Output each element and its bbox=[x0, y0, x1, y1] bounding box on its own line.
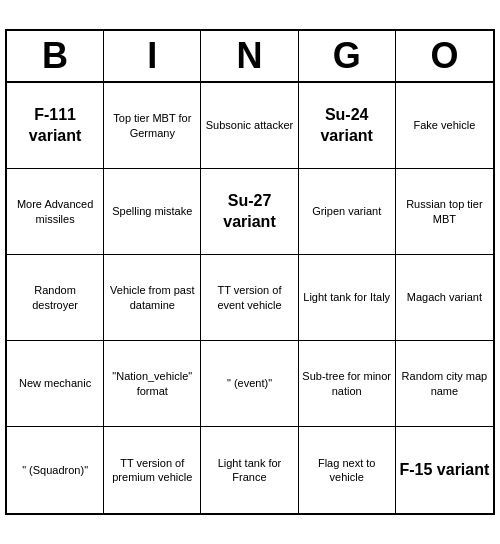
bingo-cell-16: "Nation_vehicle" format bbox=[104, 341, 201, 427]
bingo-cell-0: F-111 variant bbox=[7, 83, 104, 169]
bingo-cell-23: Flag next to vehicle bbox=[299, 427, 396, 513]
bingo-cell-24: F-15 variant bbox=[396, 427, 493, 513]
bingo-cell-18: Sub-tree for minor nation bbox=[299, 341, 396, 427]
bingo-cell-12: TT version of event vehicle bbox=[201, 255, 298, 341]
bingo-cell-8: Gripen variant bbox=[299, 169, 396, 255]
bingo-letter-B: B bbox=[7, 31, 104, 81]
bingo-cell-7: Su-27 variant bbox=[201, 169, 298, 255]
bingo-cell-14: Magach variant bbox=[396, 255, 493, 341]
bingo-cell-20: " (Squadron)" bbox=[7, 427, 104, 513]
bingo-cell-4: Fake vehicle bbox=[396, 83, 493, 169]
bingo-cell-1: Top tier MBT for Germany bbox=[104, 83, 201, 169]
bingo-cell-5: More Advanced missiles bbox=[7, 169, 104, 255]
bingo-cell-10: Random destroyer bbox=[7, 255, 104, 341]
bingo-header: BINGO bbox=[7, 31, 493, 83]
bingo-cell-11: Vehicle from past datamine bbox=[104, 255, 201, 341]
bingo-cell-6: Spelling mistake bbox=[104, 169, 201, 255]
bingo-letter-I: I bbox=[104, 31, 201, 81]
bingo-letter-O: O bbox=[396, 31, 493, 81]
bingo-cell-2: Subsonic attacker bbox=[201, 83, 298, 169]
bingo-cell-21: TT version of premium vehicle bbox=[104, 427, 201, 513]
bingo-cell-13: Light tank for Italy bbox=[299, 255, 396, 341]
bingo-cell-15: New mechanic bbox=[7, 341, 104, 427]
bingo-card: BINGO F-111 variantTop tier MBT for Germ… bbox=[5, 29, 495, 515]
bingo-cell-3: Su-24 variant bbox=[299, 83, 396, 169]
bingo-letter-N: N bbox=[201, 31, 298, 81]
bingo-cell-19: Random city map name bbox=[396, 341, 493, 427]
bingo-cell-17: " (event)" bbox=[201, 341, 298, 427]
bingo-cell-22: Light tank for France bbox=[201, 427, 298, 513]
bingo-grid: F-111 variantTop tier MBT for GermanySub… bbox=[7, 83, 493, 513]
bingo-cell-9: Russian top tier MBT bbox=[396, 169, 493, 255]
bingo-letter-G: G bbox=[299, 31, 396, 81]
